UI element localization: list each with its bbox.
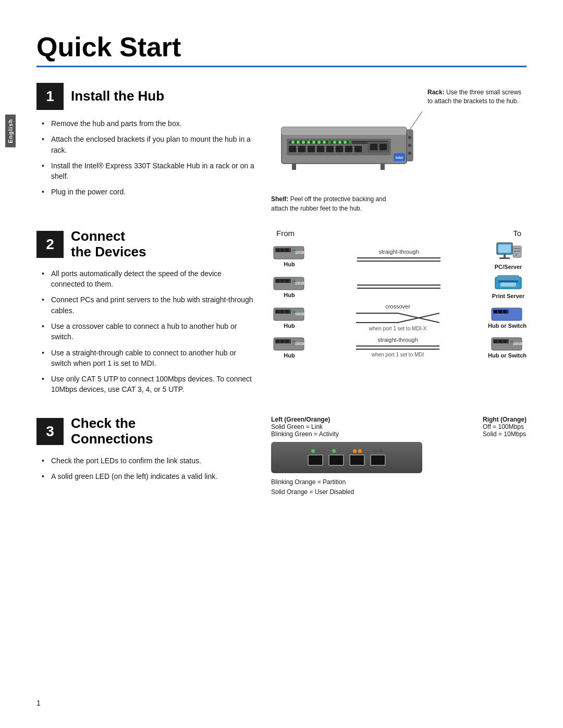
svg-rect-17: [298, 146, 305, 152]
device-switch-1: Hub or Switch: [488, 306, 527, 329]
cable-type-3: crossover: [385, 303, 410, 310]
led-left-item-1: Solid Green = Link: [271, 423, 339, 430]
svg-rect-81: [503, 310, 507, 313]
device-hub-3: 10/100 Hub: [271, 306, 308, 329]
svg-point-10: [323, 141, 326, 144]
svg-rect-70: [285, 310, 289, 313]
cable-area-2: [313, 283, 485, 290]
section-1-bullets: Remove the hub and parts from the box. A…: [36, 118, 255, 198]
led-off-8: [374, 449, 377, 453]
bullet-1-2: Attach the enclosed brackets if you plan…: [42, 134, 255, 155]
hub-icon-1: 10/100: [273, 244, 307, 261]
svg-rect-93: [494, 340, 497, 343]
section-2-title-l1: Connect: [71, 228, 125, 244]
led-left-legend: Left (Green/Orange) Solid Green = Link B…: [271, 416, 339, 438]
svg-rect-46: [498, 244, 511, 253]
section-2-header: 2 Connect the Devices: [36, 229, 255, 260]
svg-rect-56: [280, 279, 284, 282]
svg-rect-84: [276, 340, 279, 343]
page-container: English Quick Start 1 Install the Hub Re…: [0, 0, 563, 728]
bullet-2-1: All ports automatically detect the speed…: [42, 268, 255, 290]
hub-switch-label-2: Hub or Switch: [488, 352, 527, 359]
port-7: [349, 449, 365, 466]
cable-area-4: straight-through when port 1 set to MDI: [313, 337, 483, 357]
svg-rect-50: [514, 248, 520, 249]
svg-point-8: [312, 141, 315, 144]
section-2-title: Connect the Devices: [71, 229, 146, 260]
port-8: [370, 449, 386, 466]
page-number: 1: [36, 699, 41, 707]
svg-point-34: [408, 152, 411, 155]
section-3-right: Left (Green/Orange) Solid Green = Link B…: [271, 416, 527, 497]
hub-icon-2: 10/100: [273, 275, 307, 292]
switch-icon-1: [491, 306, 524, 323]
blinking-orange-note: Blinking Orange = Partition: [271, 477, 527, 487]
step-2-number: 2: [36, 231, 64, 258]
svg-rect-55: [276, 279, 279, 282]
svg-rect-68: [276, 310, 279, 313]
svg-rect-30: [381, 164, 385, 170]
from-label: From: [276, 229, 295, 238]
led-right-label: Right (Orange): [483, 416, 527, 423]
page-title: Quick Start: [36, 31, 527, 63]
hub-illustration: intel: [271, 101, 427, 184]
svg-point-12: [333, 141, 336, 144]
svg-rect-23: [354, 146, 362, 152]
svg-rect-95: [503, 340, 507, 343]
led-green-5: [311, 449, 315, 453]
to-label: To: [513, 229, 521, 238]
svg-rect-48: [499, 257, 510, 259]
shelf-note-label: Shelf:: [271, 195, 288, 203]
svg-rect-1: [282, 127, 407, 135]
section-3-bullets: Check the port LEDs to confirm the link …: [36, 455, 255, 482]
section-3-left: 3 Check the Connections Check the port L…: [36, 416, 255, 497]
svg-text:intel: intel: [396, 156, 403, 159]
hub-icon-4: 10/100: [273, 336, 307, 352]
section-1-left: 1 Install the Hub Remove the hub and par…: [36, 83, 255, 213]
device-hub-2: 10/100 Hub: [271, 275, 308, 298]
bullet-1-4: Plug in the power cord.: [42, 187, 255, 197]
print-server-icon: [494, 274, 523, 293]
svg-rect-51: [514, 251, 520, 252]
led-left-item-2: Blinking Green = Activity: [271, 430, 339, 438]
bullet-2-4: Use a straight-through cable to connect …: [42, 348, 255, 369]
cable-row-4: 10/100 Hub straight-through when port 1 …: [271, 336, 527, 359]
svg-rect-16: [289, 146, 296, 152]
svg-rect-85: [280, 340, 284, 343]
connect-header: From To: [271, 229, 527, 242]
svg-rect-21: [336, 146, 343, 152]
section-1: 1 Install the Hub Remove the hub and par…: [36, 83, 527, 213]
led-right-item-2: Solid = 10Mbps: [483, 430, 527, 438]
svg-text:10/100: 10/100: [295, 342, 307, 346]
svg-rect-65: [498, 280, 518, 282]
svg-point-7: [307, 141, 310, 144]
hub-switch-label-1: Hub or Switch: [488, 323, 527, 329]
svg-rect-19: [317, 146, 324, 152]
port-6: [328, 449, 344, 466]
svg-rect-79: [494, 310, 497, 313]
shelf-note: Shelf: Peel off the protective backing a…: [271, 195, 396, 213]
hub-icon-3: 10/100: [273, 306, 307, 323]
bullet-2-3: Use a crossover cable to connect a hub t…: [42, 321, 255, 342]
section-3: 3 Check the Connections Check the port L…: [36, 416, 527, 497]
cable-row-3: 10/100 Hub crossover: [271, 303, 527, 331]
svg-rect-20: [326, 146, 334, 152]
section-2-bullets: All ports automatically detect the speed…: [36, 268, 255, 395]
svg-rect-64: [500, 282, 516, 287]
svg-rect-80: [498, 310, 502, 313]
led-footer-notes: Blinking Orange = Partition Solid Orange…: [271, 477, 527, 497]
svg-rect-39: [280, 249, 284, 252]
section-2-title-l2: the Devices: [71, 244, 146, 260]
straight-cable-4: [356, 344, 439, 351]
device-switch-2: 10/100 Hub or Switch: [488, 336, 527, 359]
cable-note-4: when port 1 set to MDI: [372, 352, 424, 357]
crossover-cable: [356, 311, 439, 325]
cable-area-1: straight-through: [313, 249, 485, 263]
hub-label-4: Hub: [284, 352, 295, 359]
shelf-note-text: Peel off the protective backing and atta…: [271, 195, 386, 212]
svg-point-6: [302, 141, 305, 144]
section-1-right: Rack: Use the three small screws to atta…: [271, 83, 527, 213]
straight-cable-1: [357, 256, 440, 263]
title-divider: [36, 66, 527, 67]
led-orange2-7: [358, 449, 362, 453]
